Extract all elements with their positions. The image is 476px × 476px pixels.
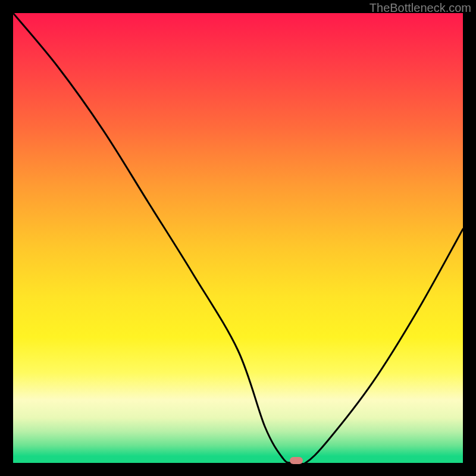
bottleneck-curve-path [13,13,463,463]
watermark-text: TheBottleneck.com [369,1,471,15]
bottleneck-curve-svg [13,13,463,463]
optimal-marker [290,457,303,464]
